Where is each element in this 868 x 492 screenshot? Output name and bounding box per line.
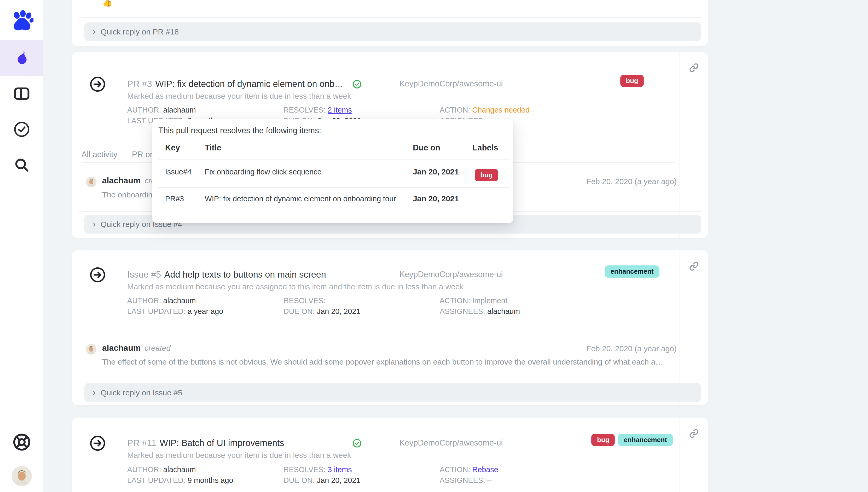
link-column [679,52,708,238]
quick-reply-bar-issue-5[interactable]: › Quick reply on Issue #5 [84,383,701,402]
sidebar [0,0,43,492]
item-title-wrap: PR #3 WIP: fix detection of dynamic elem… [127,79,348,89]
quick-reply-label: Quick reply on Issue #5 [101,388,182,397]
popover-row-title: WIP: fix detection of dynamic element on… [205,195,396,203]
app-viewport: 👍 › Quick reply on PR #18 [0,0,868,492]
meta-row-1: AUTHOR: alachaum RESOLVES: 2 items ACTIO… [127,105,669,116]
action-link[interactable]: Rebase [472,466,498,474]
link-icon[interactable] [689,262,698,271]
checks-passed-icon [353,439,361,448]
popover-row-key: PR#3 [165,195,184,203]
comment-text: The effect of some of the buttons is not… [102,358,677,366]
meta-action: ACTION: Rebase [439,464,669,475]
life-buoy-icon [12,433,31,452]
meta-assignees: ASSIGNEES: alachaum [439,306,669,317]
sidebar-item-activity-feed[interactable] [0,40,43,76]
sidebar-item-search[interactable] [0,147,43,183]
popover-col-key: Key [165,143,180,152]
repo-name: KeypDemoCorp/awesome-ui [400,270,503,279]
card-pr-18: 👍 › Quick reply on PR #18 [72,0,708,46]
sidebar-item-help[interactable] [0,424,43,460]
meta-row-2: LAST UPDATED: a year ago DUE ON: Jan 20,… [127,306,669,317]
meta-resolves: RESOLVES: 3 items [284,464,440,475]
meta-resolves: RESOLVES: 2 items [284,105,440,116]
chevron-right-icon: › [93,220,95,228]
priority-subtitle: Marked as medium because you are assigne… [127,282,669,291]
link-column [679,418,708,492]
label-badge-bug: bug [475,169,498,181]
check-circle-icon [13,121,30,138]
checks-passed-icon [353,80,361,89]
popover-row-due: Jan 20, 2021 [413,194,459,203]
meta-row-1: AUTHOR: alachaum RESOLVES: – ACTION: Imp… [127,296,669,306]
popover-row-due: Jan 20, 2021 [413,167,459,176]
divider [158,159,509,160]
popover-col-labels: Labels [473,143,498,152]
priority-subtitle: Marked as medium because your item is du… [127,91,669,100]
repo-name: KeypDemoCorp/awesome-ui [400,438,503,447]
item-key: PR #3 [127,79,152,89]
meta-author: AUTHOR: alachaum [127,105,284,116]
popover-row-key: Issue#4 [165,168,192,176]
comment-date: Feb 20, 2020 (a year ago) [586,177,677,186]
sidebar-item-tasks[interactable] [0,112,43,147]
item-title[interactable]: WIP: fix detection of dynamic element on… [155,79,348,89]
open-item-icon[interactable] [90,435,105,451]
divider [79,17,701,18]
popover-intro: This pull request resolves the following… [158,126,321,135]
meta-last-updated: LAST UPDATED: 9 months ago [127,475,284,486]
tab-pr-filter[interactable]: PR on [132,150,154,159]
open-item-icon[interactable] [90,267,105,283]
open-item-icon[interactable] [90,76,105,92]
item-key: PR #11 [127,438,156,448]
popover-row-title: Fix onboarding flow click sequence [205,168,322,176]
item-key: Issue #5 [127,270,161,280]
sidebar-spacer [0,183,43,424]
thumbs-up-reaction[interactable]: 👍 [102,0,113,6]
resolves-link[interactable]: 2 items [328,106,352,114]
avatar [86,344,97,354]
item-title[interactable]: Add help texts to buttons on main screen [164,270,326,280]
chevron-right-icon: › [93,388,95,397]
flame-icon [14,50,29,66]
item-title-wrap: Issue #5 Add help texts to buttons on ma… [127,270,348,280]
meta-author: AUTHOR: alachaum [127,296,284,306]
meta-last-updated: LAST UPDATED: a year ago [127,306,284,317]
repo-name: KeypDemoCorp/awesome-ui [400,79,503,88]
label-badges: bug enhancement [587,434,677,446]
meta-author: AUTHOR: alachaum [127,464,284,475]
label-badges: bug [587,75,677,87]
label-badges: enhancement [587,265,677,278]
label-badge-enhancement: enhancement [605,265,659,278]
sidebar-item-board[interactable] [0,76,43,112]
resolves-popover: This pull request resolves the following… [152,119,513,223]
quick-reply-bar-pr-18[interactable]: › Quick reply on PR #18 [84,22,701,41]
item-title-wrap: PR #11 WIP: Batch of UI improvements [127,438,348,448]
comment-header: alachaum created [102,343,171,352]
tab-all-activity[interactable]: All activity [81,150,118,159]
popover-col-title: Title [205,143,221,152]
avatar [86,177,97,188]
link-icon[interactable] [689,63,698,72]
resolves-link[interactable]: 3 items [328,466,352,474]
chevron-right-icon: › [93,27,95,36]
search-icon [14,157,29,173]
label-badge-enhancement: enhancement [618,434,673,446]
popover-col-due: Due on [413,143,440,152]
card-issue-5: Issue #5 Add help texts to buttons on ma… [72,250,708,405]
item-title[interactable]: WIP: Batch of UI improvements [160,438,284,448]
meta-row-1: AUTHOR: alachaum RESOLVES: 3 items ACTIO… [127,464,669,475]
link-column [679,250,708,405]
link-icon[interactable] [689,429,698,438]
app-logo[interactable] [0,1,43,40]
sidebar-item-profile[interactable] [0,460,43,492]
divider [79,331,701,332]
meta-action: ACTION: Implement [439,296,669,306]
comment-action: created [144,343,171,352]
card-pr-11: PR #11 WIP: Batch of UI improvements Key… [72,418,708,492]
comment-author: alachaum [102,176,141,185]
meta-assignees: ASSIGNEES: – [439,475,669,486]
quick-reply-label: Quick reply on PR #18 [101,27,179,36]
comment-author: alachaum [102,343,141,352]
meta-due-on: DUE ON: Jan 20, 2021 [284,306,440,317]
